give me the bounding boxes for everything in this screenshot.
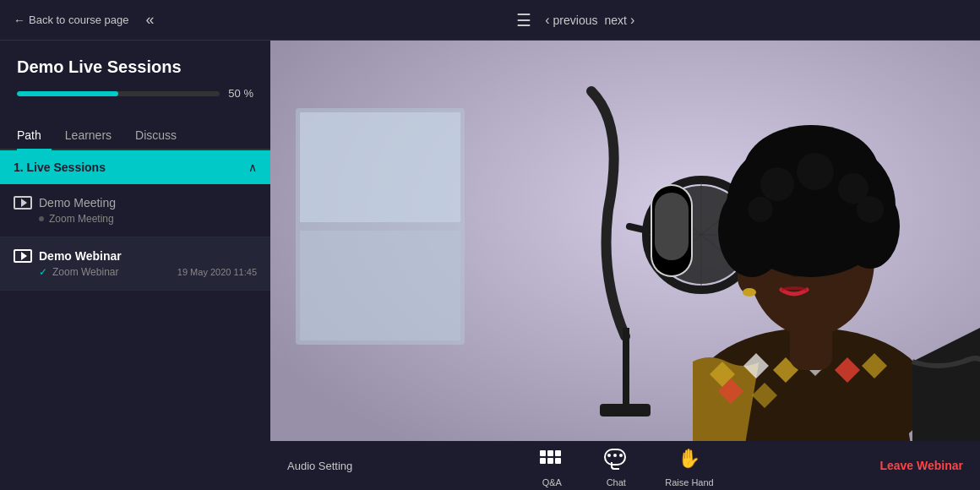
section-chevron-icon: ∧: [248, 161, 257, 174]
progress-bar-background: [17, 91, 220, 96]
svg-point-41: [857, 196, 884, 223]
lesson-webinar-sub: ✓ Zoom Webinar 19 May 2020 11:45: [14, 266, 257, 278]
audio-setting-button[interactable]: Audio Setting: [287, 460, 352, 472]
lesson-meeting-icon: [14, 196, 32, 210]
svg-rect-3: [300, 112, 460, 222]
main-content: Demo Live Sessions 50 % Path Learners Di…: [0, 41, 980, 490]
svg-point-29: [743, 288, 756, 297]
lesson-meeting-name: Demo Meeting: [39, 196, 116, 210]
section-live-sessions[interactable]: 1. Live Sessions ∧: [0, 150, 270, 184]
lesson-webinar-name: Demo Webinar: [39, 249, 122, 263]
lesson-item-meeting[interactable]: Demo Meeting Zoom Meeting: [0, 184, 270, 237]
prev-icon: ‹: [545, 13, 549, 28]
prev-label: previous: [553, 14, 598, 27]
qa-button[interactable]: Q&A: [536, 444, 567, 487]
top-navigation: ← Back to course page « ☰ ‹ previous nex…: [0, 0, 980, 41]
section-title: 1. Live Sessions: [14, 161, 106, 174]
progress-label: 50 %: [228, 87, 253, 100]
toolbar-center: Q&A: [456, 444, 794, 487]
svg-rect-4: [300, 231, 460, 340]
lesson-webinar-icon: [14, 249, 32, 263]
qa-label: Q&A: [542, 477, 562, 487]
svg-rect-6: [623, 328, 629, 412]
raise-hand-button[interactable]: ✋ Raise Hand: [665, 444, 713, 487]
lesson-check-icon: ✓: [39, 266, 47, 278]
chat-bubble-shape: [604, 449, 626, 466]
sidebar-content: 1. Live Sessions ∧ Demo Meeting Zoom Mee…: [0, 150, 270, 490]
back-link[interactable]: ← Back to course page: [14, 14, 129, 27]
lesson-webinar-row: Demo Webinar: [14, 249, 257, 263]
sidebar: Demo Live Sessions 50 % Path Learners Di…: [0, 41, 270, 490]
prev-button[interactable]: ‹ previous: [545, 13, 597, 28]
lesson-webinar-date: 19 May 2020 11:45: [177, 267, 257, 277]
chat-bubble-icon: [604, 449, 628, 469]
sidebar-header: Demo Live Sessions 50 %: [0, 41, 270, 122]
next-label: next: [605, 14, 627, 27]
course-title: Demo Live Sessions: [17, 57, 253, 77]
video-illustration: [270, 41, 980, 441]
lesson-meeting-type: Zoom Meeting: [49, 213, 114, 225]
lesson-meeting-row: Demo Meeting: [14, 196, 257, 210]
toolbar-right: Leave Webinar: [794, 459, 963, 472]
raise-hand-label: Raise Hand: [665, 477, 713, 487]
back-label: Back to course page: [29, 14, 129, 26]
progress-row: 50 %: [17, 87, 253, 100]
hand-emoji-icon: ✋: [678, 448, 700, 470]
qa-grid-icon: [540, 450, 564, 467]
chat-dots: [607, 454, 623, 457]
tab-discuss[interactable]: Discuss: [135, 122, 187, 149]
svg-point-40: [748, 197, 773, 222]
tab-learners[interactable]: Learners: [65, 122, 122, 149]
toolbar-left: Audio Setting: [287, 458, 456, 473]
svg-point-37: [760, 167, 794, 201]
raise-hand-icon: ✋: [674, 444, 705, 474]
next-button[interactable]: next ›: [605, 13, 635, 28]
chat-label: Chat: [607, 477, 626, 487]
chat-icon-container: [601, 444, 631, 474]
video-background: [270, 41, 980, 441]
svg-point-38: [797, 153, 834, 190]
qa-icon: [536, 444, 567, 474]
lesson-meeting-sub: Zoom Meeting: [14, 213, 257, 225]
nav-center: ☰ ‹ previous next ›: [493, 7, 634, 34]
chat-button[interactable]: Chat: [601, 444, 631, 487]
progress-bar-fill: [17, 91, 118, 96]
tab-path[interactable]: Path: [17, 122, 52, 149]
hamburger-icon[interactable]: ☰: [509, 7, 538, 34]
svg-line-13: [629, 226, 648, 231]
nav-left: ← Back to course page «: [14, 8, 161, 32]
lesson-webinar-type: Zoom Webinar: [52, 266, 118, 278]
back-arrow-icon: ←: [14, 14, 25, 27]
svg-rect-16: [655, 193, 689, 260]
collapse-sidebar-button[interactable]: «: [139, 8, 161, 32]
leave-webinar-button[interactable]: Leave Webinar: [879, 459, 963, 472]
lesson-item-webinar[interactable]: Demo Webinar ✓ Zoom Webinar 19 May 2020 …: [0, 237, 270, 291]
video-player: [270, 41, 980, 441]
video-area: Audio Setting Q&A: [270, 41, 980, 490]
sidebar-tabs: Path Learners Discuss: [0, 122, 270, 150]
lesson-sub-dot-icon: [39, 216, 44, 221]
video-toolbar: Audio Setting Q&A: [270, 441, 980, 490]
next-icon: ›: [630, 13, 634, 28]
